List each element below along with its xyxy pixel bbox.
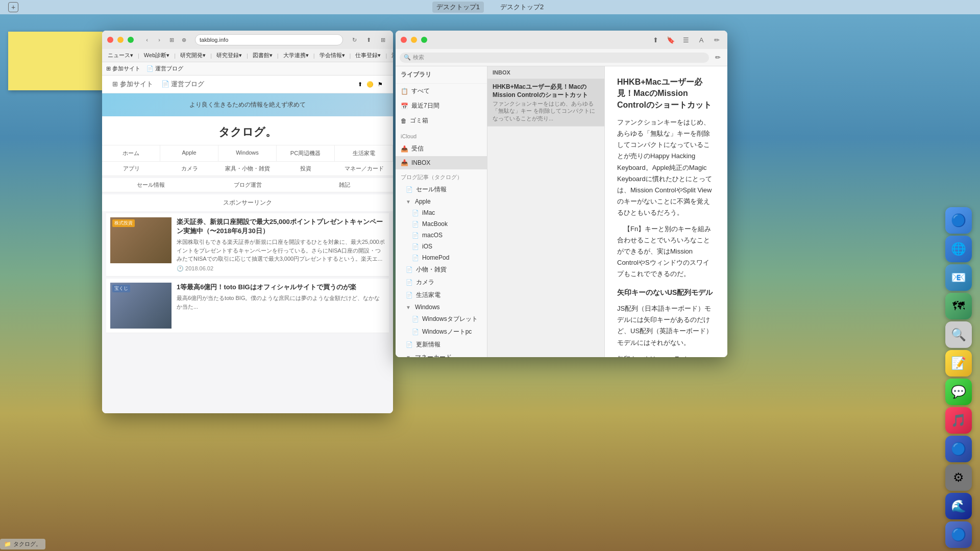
notes-list-item-0[interactable]: HHKB+Macユーザー必見！MacのMission Controlのショートカ… (487, 79, 604, 127)
notes-search-bar[interactable]: 🔍 検索 (400, 53, 709, 63)
tree-macbook[interactable]: 📄MacBook (396, 218, 487, 230)
tree-goods[interactable]: 📄小物・雑貨 (396, 263, 487, 276)
bookmark-site[interactable]: ⊞ 参加サイト (106, 65, 140, 72)
browser-url-bar[interactable]: takblog.info (195, 34, 343, 45)
desktop-1-tab[interactable]: デスクトップ1 (432, 2, 484, 13)
browser-history-button[interactable]: ⊞ (166, 35, 177, 45)
tree-macos[interactable]: 📄macOS (396, 230, 487, 241)
article-info-1: 1等最高6億円！toto BIGはオフィシャルサイトで買うのが楽 最高6億円が当… (177, 283, 385, 329)
tree-updates[interactable]: 📄更新情報 (396, 338, 487, 351)
sidebar-recent[interactable]: 📅 最近7日間 (396, 98, 487, 113)
dock-item-music[interactable]: 🎵 (945, 407, 972, 434)
icloud-section-label: iCloud (396, 131, 487, 141)
toolbar-law[interactable]: 法規学習▾ (389, 51, 393, 60)
dock-item-app1[interactable]: 🔵 (945, 436, 972, 462)
browser-share-button[interactable]: ⬆ (363, 35, 374, 45)
toolbar-register[interactable]: 研究登録▾ (214, 51, 244, 60)
browser-bookmark-button[interactable]: ⊕ (179, 35, 189, 45)
browser-nav: ‹ › ⊞ ⊕ (142, 35, 189, 45)
subnav-misc[interactable]: 雑記 (296, 178, 393, 192)
toolbar-news[interactable]: ニュース▾ (105, 51, 136, 60)
article-thumb-1: 宝くじ (110, 283, 172, 329)
browser-titlebar: ‹ › ⊞ ⊕ takblog.info ↻ ⬆ ⊞ (102, 31, 393, 49)
toolbar-library[interactable]: 図書館▾ (250, 51, 275, 60)
subnav-money[interactable]: マネー／カード (335, 162, 393, 176)
article-para-4: 矢印キーやHome、End、PgUP、PgDnなどは【Fn】キーと組み合わせて使… (617, 354, 715, 357)
share-btn[interactable]: ⬆ (358, 81, 362, 88)
bookmark-blog[interactable]: 📄 運営ブログ (146, 65, 183, 72)
tree-camera[interactable]: 📄カメラ (396, 276, 487, 289)
notes-edit2-icon[interactable]: ✏ (711, 34, 722, 45)
browser-minimize-button[interactable] (117, 37, 124, 43)
sidebar-all[interactable]: 📋 すべて (396, 84, 487, 98)
notes-view-icon[interactable]: ☰ (680, 34, 692, 45)
tree-windows[interactable]: ▼Windows (396, 302, 487, 313)
dock-item-mail[interactable]: 📧 (945, 264, 972, 291)
browser-forward-button[interactable]: › (154, 35, 164, 45)
desktop-2-tab[interactable]: デスクトップ2 (496, 2, 548, 13)
article-card-1: 宝くじ 1等最高6億円！toto BIGはオフィシャルサイトで買うのが楽 最高6… (106, 279, 389, 333)
toolbar-web[interactable]: Web診断▾ (141, 51, 172, 60)
dock-item-app3[interactable]: 🔵 (945, 521, 972, 548)
tree-imac[interactable]: 📄iMac (396, 207, 487, 218)
browser-reload-button[interactable]: ↻ (349, 35, 359, 45)
browser-maximize-button[interactable] (128, 37, 134, 43)
article-section-1: 矢印キーのないUS配列モデル (617, 287, 715, 299)
tree-apple[interactable]: ▼Apple (396, 196, 487, 207)
toolbar-research[interactable]: 研究開発▾ (178, 51, 208, 60)
toolbar-conference[interactable]: 学会情報▾ (317, 51, 348, 60)
tree-win-laptop[interactable]: 📄Windowsノートpc (396, 325, 487, 338)
dock-item-settings[interactable]: ⚙ (945, 464, 972, 491)
subnav-blog-ops[interactable]: ブログ運営 (199, 178, 296, 192)
dock-item-maps[interactable]: 🗺 (945, 293, 972, 319)
notes-minimize-button[interactable] (411, 37, 417, 43)
notes-bookmark-icon[interactable]: 🔖 (665, 34, 676, 45)
site-nav-sub2: セール情報 ブログ運営 雑記 (102, 178, 393, 192)
taskbar-taklog[interactable]: 📁 タクログ。 (0, 539, 45, 549)
notes-window: ⬆ 🔖 ☰ A ✏ 🔍 検索 ✏ ライブラリ 📋 すべて 📅 最近7日間 � (396, 31, 727, 357)
dock-item-finder[interactable]: 🔵 (945, 207, 972, 234)
add-desktop-button[interactable]: + (8, 2, 18, 12)
subnav-sale[interactable]: セール情報 (102, 178, 199, 192)
sidebar-trash[interactable]: 🗑 ゴミ箱 (396, 113, 487, 128)
flag-btn[interactable]: ⚑ (378, 81, 383, 88)
article-title-0[interactable]: 楽天証券、新規口座開設で最大25,000ポイントプレゼントキャンペーン実施中（〜… (177, 217, 385, 236)
nav-windows[interactable]: Windows (218, 145, 277, 161)
tree-homepod[interactable]: 📄HomePod (396, 252, 487, 263)
tree-sale-info[interactable]: 📄セール情報 (396, 183, 487, 196)
notes-list: INBOX HHKB+Macユーザー必見！MacのMission Control… (487, 66, 605, 357)
toolbar-job[interactable]: 仕事登録▾ (353, 51, 383, 60)
dock-item-app2[interactable]: 🌊 (945, 493, 972, 519)
browser-back-button[interactable]: ‹ (142, 35, 152, 45)
tree-ios[interactable]: 📄iOS (396, 241, 487, 252)
dock-item-messages[interactable]: 💬 (945, 379, 972, 405)
notes-compose-button[interactable]: ✏ (712, 52, 723, 63)
notes-titlebar: ⬆ 🔖 ☰ A ✏ (396, 31, 727, 49)
tree-win-tablet[interactable]: 📄Windowsタブレット (396, 313, 487, 325)
notes-share-icon[interactable]: ⬆ (650, 34, 661, 45)
sponsor-text: スポンサーリンク (102, 194, 393, 211)
notes-maximize-button[interactable] (421, 37, 427, 43)
tree-money[interactable]: ▼マネーカード (396, 351, 487, 357)
subnav-invest[interactable]: 投資 (277, 162, 335, 176)
nav-apple[interactable]: Apple (160, 145, 218, 161)
browser-zoom-button[interactable]: ⊞ (378, 35, 388, 45)
subnav-apps[interactable]: アプリ (102, 162, 160, 176)
dock-item-notes[interactable]: 📝 (945, 350, 972, 377)
browser-close-button[interactable] (107, 37, 113, 43)
notes-close-button[interactable] (401, 37, 407, 43)
subnav-camera[interactable]: カメラ (160, 162, 218, 176)
subnav-goods[interactable]: 家具・小物・雑貨 (218, 162, 277, 176)
dock-item-safari[interactable]: 🌐 (945, 236, 972, 262)
sidebar-inbox[interactable]: 📥 INBOX (396, 156, 487, 169)
tree-appliance[interactable]: 📄生活家電 (396, 289, 487, 302)
nav-pc[interactable]: PC周辺機器 (277, 145, 335, 161)
nav-home[interactable]: ホーム (102, 145, 160, 161)
sidebar-received[interactable]: 📥 受信 (396, 141, 487, 156)
toolbar-university[interactable]: 大学連携▾ (281, 51, 311, 60)
circle-btn[interactable]: 🟡 (366, 81, 374, 88)
notes-font-icon[interactable]: A (696, 34, 707, 45)
article-title-1[interactable]: 1等最高6億円！toto BIGはオフィシャルサイトで買うのが楽 (177, 283, 385, 292)
nav-appliance[interactable]: 生活家電 (335, 145, 393, 161)
dock-item-spotlight[interactable]: 🔍 (945, 321, 972, 348)
